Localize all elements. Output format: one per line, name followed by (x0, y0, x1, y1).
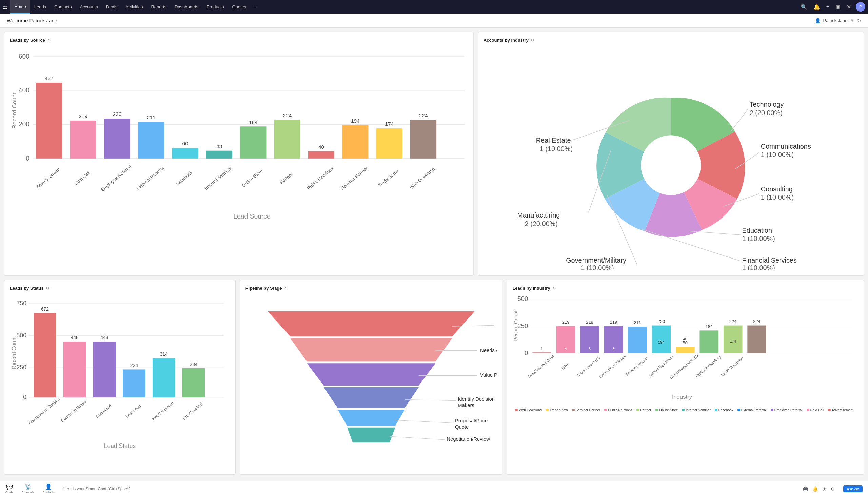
svg-text:Industry: Industry (672, 394, 692, 401)
svg-text:Record Count: Record Count (11, 93, 18, 129)
svg-rect-17 (138, 122, 164, 158)
svg-text:4: 4 (565, 346, 567, 351)
nav-activities[interactable]: Activities (121, 0, 147, 14)
app-logo[interactable]: ☷ (3, 4, 8, 10)
accounts-by-industry-card: Accounts by Industry ↻ (478, 32, 864, 276)
svg-marker-116 (347, 428, 395, 443)
svg-text:1 (10.00%): 1 (10.00%) (742, 235, 775, 242)
accounts-industry-chart: Technology 2 (20.00%) Communications 1 (… (483, 45, 858, 270)
nav-contacts[interactable]: Contacts (50, 0, 76, 14)
pipeline-stage-refresh[interactable]: ↻ (284, 286, 287, 291)
svg-text:1 (10.00%): 1 (10.00%) (761, 151, 794, 158)
welcome-text: Welcome Patrick Jane (7, 18, 57, 24)
settings-icon[interactable]: ⚙ (831, 486, 835, 492)
legend-trade-show: Trade Show (546, 408, 568, 412)
svg-text:672: 672 (41, 306, 49, 312)
svg-text:184: 184 (706, 324, 713, 329)
nav-dashboards[interactable]: Dashboards (170, 0, 203, 14)
svg-text:3: 3 (613, 346, 615, 351)
svg-rect-94 (182, 368, 205, 398)
svg-text:219: 219 (79, 113, 88, 119)
svg-text:0: 0 (26, 155, 30, 162)
chats-label: Chats (5, 491, 14, 494)
leads-by-status-card: Leads by Status ↻ 750 500 250 0 (4, 280, 236, 475)
svg-text:Large Enterprise: Large Enterprise (720, 356, 744, 377)
add-icon[interactable]: + (825, 2, 831, 11)
svg-text:Manufacturing: Manufacturing (517, 212, 560, 219)
pipeline-stage-title: Pipeline by Stage ↻ (245, 285, 497, 291)
legend-web-download: Web Download (515, 408, 542, 412)
svg-text:218: 218 (586, 320, 594, 325)
topnav: ☷ Home Leads Contacts Accounts Deals Act… (0, 0, 868, 14)
svg-text:194: 194 (351, 118, 360, 124)
leads-industry-svg: 500 250 0 1 Data/Telecom OEM 219 ERP (512, 293, 858, 406)
svg-text:Consulting: Consulting (761, 185, 793, 193)
svg-text:External Referral: External Referral (135, 165, 165, 191)
legend-online-store: Online Store (655, 408, 678, 412)
nav-items: Home Leads Contacts Accounts Deals Activ… (10, 0, 799, 14)
svg-text:1 (10.00%): 1 (10.00%) (540, 145, 573, 153)
nav-reports[interactable]: Reports (147, 0, 170, 14)
contacts-button[interactable]: 👤 Contacts (43, 483, 55, 494)
nav-home[interactable]: Home (10, 0, 30, 14)
svg-rect-14 (104, 119, 130, 158)
svg-text:Employee Referral: Employee Referral (100, 164, 132, 192)
svg-text:174: 174 (730, 339, 736, 343)
search-icon[interactable]: 🔍 (799, 2, 809, 12)
ask-zia-button[interactable]: Ask Zia (843, 485, 863, 492)
svg-text:Management ISV: Management ISV (577, 355, 601, 377)
nav-deals[interactable]: Deals (102, 0, 121, 14)
user-dropdown-icon[interactable]: ▼ (850, 18, 854, 23)
nav-accounts[interactable]: Accounts (76, 0, 102, 14)
leads-industry-legend: Web Download Trade Show Seminar Partner … (512, 408, 858, 412)
svg-text:250: 250 (518, 322, 528, 329)
refresh-button[interactable]: ↻ (857, 18, 861, 24)
main-content: Leads by Source ↻ 600 400 200 0 (0, 28, 868, 481)
notification-icon[interactable]: 🔔 (812, 2, 822, 12)
svg-text:1 (10.00%): 1 (10.00%) (761, 193, 794, 201)
svg-line-118 (390, 436, 445, 440)
legend-internal-seminar: Internal Seminar (682, 408, 710, 412)
nav-more[interactable]: ··· (250, 3, 261, 11)
svg-text:40: 40 (683, 337, 687, 341)
smart-chat-input[interactable] (63, 486, 794, 491)
svg-text:60: 60 (182, 141, 188, 146)
svg-text:400: 400 (19, 87, 30, 94)
svg-rect-32 (308, 152, 334, 158)
star-icon[interactable]: ★ (822, 486, 827, 492)
close-icon[interactable]: ✕ (845, 2, 852, 12)
svg-text:40: 40 (318, 144, 324, 150)
svg-text:224: 224 (130, 363, 138, 368)
svg-text:Internal Seminar: Internal Seminar (204, 165, 233, 191)
nav-leads[interactable]: Leads (30, 0, 50, 14)
svg-text:200: 200 (19, 121, 30, 128)
channels-button[interactable]: 📡 Channels (22, 483, 34, 494)
svg-text:Financial Services: Financial Services (742, 257, 796, 264)
gamepad-icon[interactable]: 🎮 (803, 486, 808, 492)
svg-rect-140 (652, 326, 671, 353)
svg-text:Online Store: Online Store (241, 168, 264, 188)
nav-quotes[interactable]: Quotes (228, 0, 250, 14)
svg-text:500: 500 (518, 295, 528, 302)
legend-cold-call: Cold Call (807, 408, 824, 412)
svg-rect-88 (123, 370, 146, 398)
accounts-industry-svg: Technology 2 (20.00%) Communications 1 (… (483, 45, 858, 270)
legend-external-referral: External Referral (737, 408, 767, 412)
chats-button[interactable]: 💬 Chats (5, 483, 14, 494)
svg-text:Attempted to Contact: Attempted to Contact (28, 397, 61, 425)
leads-source-refresh[interactable]: ↻ (47, 38, 50, 43)
nav-products[interactable]: Products (203, 0, 228, 14)
leads-by-source-title: Leads by Source ↻ (10, 37, 468, 43)
svg-text:750: 750 (17, 300, 27, 307)
user-info: 👤 Patrick Jane ▼ ↻ (815, 18, 861, 24)
avatar[interactable]: P (856, 2, 865, 12)
screen-icon[interactable]: ▣ (834, 2, 842, 12)
bell-icon[interactable]: 🔔 (812, 486, 818, 492)
svg-text:Record Count: Record Count (11, 336, 17, 369)
svg-rect-79 (33, 313, 56, 398)
svg-marker-108 (324, 387, 419, 408)
accounts-industry-refresh[interactable]: ↻ (530, 38, 534, 43)
leads-industry-refresh[interactable]: ↻ (552, 286, 556, 291)
leads-status-refresh[interactable]: ↻ (46, 286, 49, 291)
svg-text:1 (10.00%): 1 (10.00%) (581, 264, 614, 270)
